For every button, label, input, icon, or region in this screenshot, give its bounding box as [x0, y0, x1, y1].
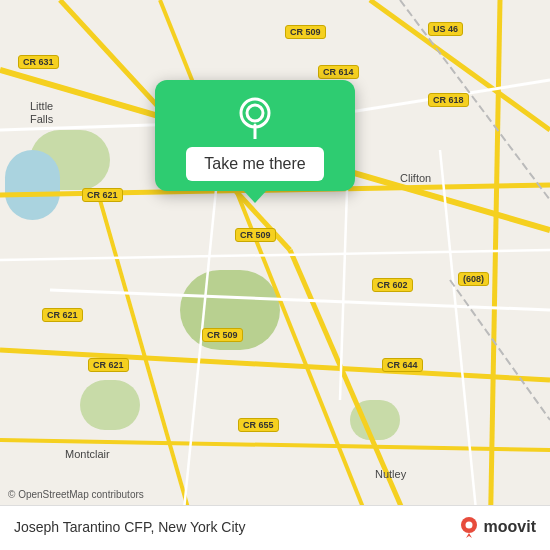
road-badge-cr509-bot: CR 509 — [202, 328, 243, 342]
map-attribution: © OpenStreetMap contributors — [8, 489, 144, 500]
road-badge-cr602: CR 602 — [372, 278, 413, 292]
road-badge-cr631: CR 631 — [18, 55, 59, 69]
road-badge-cr614: CR 614 — [318, 65, 359, 79]
road-badge-us46: US 46 — [428, 22, 463, 36]
road-badge-cr509-mid: CR 509 — [235, 228, 276, 242]
road-badge-cr621-2: CR 621 — [42, 308, 83, 322]
svg-line-12 — [50, 290, 550, 310]
svg-point-22 — [465, 522, 472, 529]
location-pin-icon — [233, 95, 277, 139]
road-badge-cr618: CR 618 — [428, 93, 469, 107]
bottom-bar: Joseph Tarantino CFP, New York City moov… — [0, 505, 550, 550]
road-badge-cr655: CR 655 — [238, 418, 279, 432]
map-container: CR 631 CR 509 US 46 CR 614 CR 618 CR 621… — [0, 0, 550, 550]
svg-point-19 — [241, 99, 269, 127]
svg-line-8 — [490, 0, 500, 550]
road-badge-cr621-3: CR 621 — [88, 358, 129, 372]
map-popup: Take me there — [155, 80, 355, 191]
road-badge-cr509-top: CR 509 — [285, 25, 326, 39]
svg-line-4 — [370, 0, 550, 130]
road-badge-cr644: CR 644 — [382, 358, 423, 372]
place-label-clifton: Clifton — [400, 172, 431, 184]
svg-line-13 — [180, 150, 220, 550]
place-label-nutley: Nutley — [375, 468, 406, 480]
place-label-montclair: Montclair — [65, 448, 110, 460]
moovit-pin-icon — [458, 516, 480, 538]
take-me-there-button[interactable]: Take me there — [186, 147, 323, 181]
svg-line-5 — [0, 350, 550, 380]
svg-line-15 — [0, 250, 550, 260]
place-label-little-falls: LittleFalls — [30, 100, 53, 126]
location-title: Joseph Tarantino CFP, New York City — [14, 519, 245, 535]
moovit-text: moovit — [484, 518, 536, 536]
svg-point-20 — [247, 105, 263, 121]
moovit-logo: moovit — [458, 516, 536, 538]
road-badge-608: (608) — [458, 272, 489, 286]
road-badge-cr621-1: CR 621 — [82, 188, 123, 202]
